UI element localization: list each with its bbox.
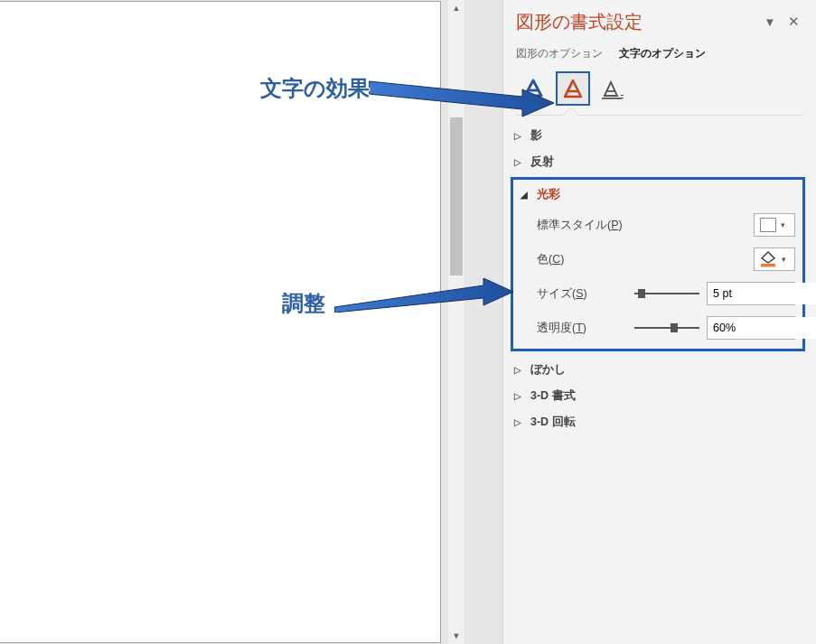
pane-header: 図形の書式設定 ▼ ✕ [503, 0, 816, 42]
glow-preset-dropdown[interactable]: ▾ [754, 213, 795, 237]
pane-splitter[interactable] [464, 0, 502, 644]
section-shadow[interactable]: ▷ 影 [512, 123, 803, 149]
dropdown-caret-icon: ▾ [777, 255, 790, 264]
glow-preset-row: 標準スタイル(P) ▾ [519, 208, 797, 242]
glow-transparency-spinbox[interactable]: ▲ ▼ [707, 316, 795, 340]
glow-transparency-row: 透明度(T) ▲ ▼ [519, 311, 797, 345]
expand-triangle-icon: ◢ [521, 190, 530, 200]
glow-preset-label: 標準スタイル(P) [521, 218, 623, 233]
vertical-scrollbar[interactable]: ▲ ▼ [448, 0, 464, 644]
glow-size-input[interactable] [708, 283, 816, 304]
glow-size-slider[interactable] [634, 288, 699, 299]
slide-canvas[interactable] [0, 1, 441, 643]
preset-swatch-icon [760, 218, 776, 232]
collapse-triangle-icon: ▷ [514, 391, 523, 401]
collapse-triangle-icon: ▷ [514, 131, 523, 141]
section-reflection[interactable]: ▷ 反射 [512, 149, 803, 175]
collapse-triangle-icon: ▷ [514, 157, 523, 167]
scroll-up-arrow[interactable]: ▲ [448, 0, 464, 16]
section-reflection-label: 反射 [530, 154, 554, 170]
glow-transparency-slider[interactable] [634, 322, 699, 333]
sections-list: ▷ 影 ▷ 反射 ◢ 光彩 標準スタイル(P) ▾ 色(C) [503, 116, 816, 435]
svg-rect-2 [621, 98, 624, 98]
scroll-down-arrow[interactable]: ▼ [448, 628, 464, 644]
text-fill-outline-icon[interactable] [516, 71, 550, 106]
section-glow-label: 光彩 [537, 187, 560, 202]
svg-rect-0 [602, 98, 622, 99]
section-3dformat-label: 3-D 書式 [530, 388, 576, 404]
tab-shape-options[interactable]: 図形のオプション [516, 47, 603, 61]
dropdown-caret-icon: ▾ [776, 220, 789, 229]
text-effects-icon[interactable] [556, 71, 590, 106]
section-softedges-label: ぼかし [530, 362, 566, 378]
collapse-triangle-icon: ▷ [514, 417, 523, 427]
paint-bucket-icon [759, 251, 777, 267]
section-glow[interactable]: ◢ 光彩 [519, 182, 797, 208]
pane-close-button[interactable]: ✕ [782, 10, 805, 33]
pane-menu-button[interactable]: ▼ [758, 10, 782, 33]
glow-transparency-input[interactable] [708, 317, 816, 339]
section-3drotation-label: 3-D 回転 [530, 415, 576, 430]
glow-color-label: 色(C) [521, 252, 564, 267]
textbox-icon[interactable] [596, 71, 630, 106]
pane-divider [516, 115, 803, 116]
collapse-triangle-icon: ▷ [514, 365, 523, 375]
glow-transparency-label: 透明度(T) [521, 321, 586, 336]
scroll-thumb[interactable] [450, 117, 463, 275]
section-softedges[interactable]: ▷ ぼかし [512, 357, 803, 383]
glow-color-row: 色(C) ▾ [519, 242, 797, 276]
svg-rect-3 [761, 264, 775, 267]
glow-size-row: サイズ(S) ▲ ▼ [519, 276, 797, 311]
pane-title: 図形の書式設定 [516, 10, 758, 34]
selected-caret-icon [563, 107, 579, 116]
glow-color-dropdown[interactable]: ▾ [754, 247, 795, 271]
pane-tabs: 図形のオプション 文字のオプション [503, 42, 816, 68]
glow-size-label: サイズ(S) [521, 286, 587, 302]
glow-size-spinbox[interactable]: ▲ ▼ [707, 282, 795, 305]
section-3dformat[interactable]: ▷ 3-D 書式 [512, 383, 803, 409]
slide-area [0, 0, 447, 644]
category-icons [503, 68, 816, 106]
section-3drotation[interactable]: ▷ 3-D 回転 [512, 409, 803, 435]
highlight-box-glow: ◢ 光彩 標準スタイル(P) ▾ 色(C) [511, 177, 805, 351]
svg-rect-1 [621, 95, 624, 96]
format-shape-pane: 図形の書式設定 ▼ ✕ 図形のオプション 文字のオプション [502, 0, 816, 644]
tab-text-options[interactable]: 文字のオプション [619, 47, 706, 61]
section-shadow-label: 影 [530, 128, 542, 144]
